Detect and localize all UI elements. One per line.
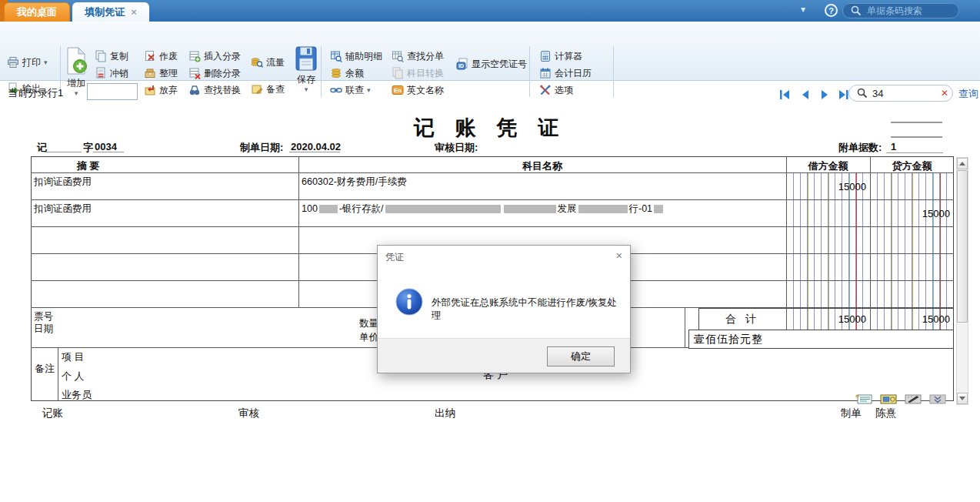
chevron-down-icon[interactable]: ▾	[801, 4, 805, 15]
voucher-search-input[interactable]	[872, 88, 937, 99]
dialog-title: 凭证	[385, 251, 404, 264]
linked-query-icon	[329, 84, 342, 96]
clear-search-icon[interactable]: ✕	[941, 88, 948, 99]
made-date-label: 制单日期:	[240, 141, 283, 155]
calendar-button[interactable]: 会计日历	[538, 66, 592, 80]
first-record-button[interactable]	[778, 89, 792, 101]
row-debit-cell[interactable]	[787, 227, 869, 253]
redacted-text	[654, 205, 663, 213]
find-split-button[interactable]: 查找分单	[391, 49, 444, 63]
offset-button[interactable]: 冲销	[94, 66, 128, 80]
row-credit-cell[interactable]	[871, 173, 953, 199]
linked-query-caret-icon[interactable]: ▾	[367, 87, 371, 93]
sign-auditor: 审核	[238, 407, 259, 420]
tidy-label: 整理	[159, 67, 178, 80]
note-flag-icon[interactable]	[855, 393, 872, 407]
tab-close-icon[interactable]: ×	[131, 6, 137, 18]
calendar-icon	[538, 67, 552, 79]
english-name-label: 英文名称	[407, 84, 444, 97]
total-label: 合 计	[698, 313, 786, 326]
ok-button[interactable]: 确定	[547, 346, 615, 366]
scrollbar-thumb[interactable]	[957, 170, 968, 323]
dialog-close-icon[interactable]: ×	[616, 249, 622, 262]
svg-text:ID: ID	[458, 63, 464, 69]
made-date-underline	[289, 152, 340, 152]
scroll-up-button[interactable]	[957, 158, 968, 169]
column-header-account: 科目名称	[298, 159, 786, 173]
flow-button[interactable]: 流量	[250, 55, 285, 69]
person-label: 个 人	[62, 370, 85, 383]
currency-note-icon[interactable]	[880, 393, 897, 407]
insert-entry-button[interactable]: 插入分录	[188, 49, 241, 63]
print-button[interactable]: 打印 ▾	[6, 55, 48, 69]
credit-value: 15000	[922, 208, 950, 219]
find-replace-button[interactable]: 查找替换	[188, 83, 241, 97]
abandon-button[interactable]: 放弃	[143, 83, 178, 97]
void-label: 作废	[159, 50, 178, 63]
tab-my-desktop[interactable]: 我的桌面	[4, 2, 70, 22]
balance-button[interactable]: 余额	[329, 66, 364, 80]
voucher-word-label: 字	[83, 141, 93, 155]
reference-button[interactable]: 备查	[250, 82, 285, 96]
row-credit-cell[interactable]	[871, 254, 953, 280]
grid-line	[58, 347, 58, 401]
current-entry-label: 当前分录行1	[8, 86, 63, 100]
row-summary[interactable]: 扣询证函费用	[34, 202, 92, 216]
voucher-search-box[interactable]: ✕	[848, 85, 953, 102]
row-credit-cell[interactable]: 15000	[871, 200, 953, 226]
flow-label: 流量	[266, 56, 285, 69]
row-credit-cell[interactable]	[871, 227, 953, 253]
print-caret-icon[interactable]: ▾	[44, 59, 48, 65]
expand-down-icon[interactable]	[929, 393, 946, 407]
show-empty-voucher-button[interactable]: ID 显示空凭证号	[455, 57, 527, 71]
barcode-search-input[interactable]	[867, 5, 952, 16]
salesman-label: 业务员	[62, 388, 92, 402]
row-debit-cell[interactable]	[787, 200, 869, 226]
save-label: 保存	[297, 73, 315, 86]
info-icon	[395, 287, 424, 320]
row-account[interactable]: 100-银行存款/发展行-01	[302, 202, 665, 216]
find-split-icon	[391, 50, 404, 62]
row-credit-cell[interactable]	[871, 281, 953, 307]
insert-entry-label: 插入分录	[204, 50, 241, 63]
add-caret-icon[interactable]: ▾	[75, 90, 78, 96]
save-button[interactable]: 保存 ▾	[293, 46, 319, 92]
english-name-button[interactable]: En 英文名称	[391, 83, 444, 97]
signature-pen-icon[interactable]	[905, 393, 922, 407]
row-debit-cell[interactable]	[787, 281, 869, 307]
project-label: 项 目	[62, 350, 85, 364]
app-window: 我的桌面 填制凭证 × ▾ ? 打印 ▾ 输出	[0, 0, 980, 502]
row-account[interactable]: 660302-财务费用/手续费	[302, 176, 407, 189]
delete-entry-button[interactable]: 删除分录	[188, 66, 241, 80]
insert-entry-icon	[188, 50, 201, 62]
barcode-search-box[interactable]	[842, 3, 959, 18]
query-button[interactable]: 查询	[958, 87, 978, 101]
calendar-label: 会计日历	[555, 67, 592, 80]
help-icon[interactable]: ?	[825, 4, 838, 17]
tidy-button[interactable]: 整理	[143, 66, 178, 80]
void-button[interactable]: 作废	[143, 49, 178, 63]
row-debit-cell[interactable]	[787, 254, 869, 280]
aux-detail-button[interactable]: 辅助明细	[329, 49, 382, 63]
row-summary[interactable]: 扣询证函费用	[34, 176, 92, 189]
offset-label: 冲销	[110, 67, 128, 80]
next-record-button[interactable]	[818, 89, 832, 101]
linked-query-button[interactable]: 联查 ▾	[329, 83, 371, 97]
attach-underline	[886, 152, 943, 153]
prev-record-button[interactable]	[798, 89, 812, 101]
toolbar-separator	[613, 46, 614, 97]
tab-fill-voucher[interactable]: 填制凭证 ×	[72, 2, 149, 22]
copy-button[interactable]: 复制	[94, 49, 128, 63]
scroll-down-button[interactable]	[957, 393, 968, 404]
vertical-scrollbar[interactable]	[956, 157, 968, 405]
options-button[interactable]: 选项	[538, 83, 573, 97]
save-caret-icon[interactable]: ▾	[305, 86, 308, 92]
tab-my-desktop-label: 我的桌面	[17, 5, 57, 19]
row-debit-cell[interactable]: 15000	[787, 173, 869, 199]
void-icon	[143, 50, 156, 62]
save-icon	[295, 46, 317, 73]
current-entry-input[interactable]	[87, 83, 138, 100]
calculator-button[interactable]: 计算器	[538, 49, 582, 63]
delete-entry-icon	[188, 67, 201, 79]
sign-cashier: 出纳	[435, 407, 455, 420]
